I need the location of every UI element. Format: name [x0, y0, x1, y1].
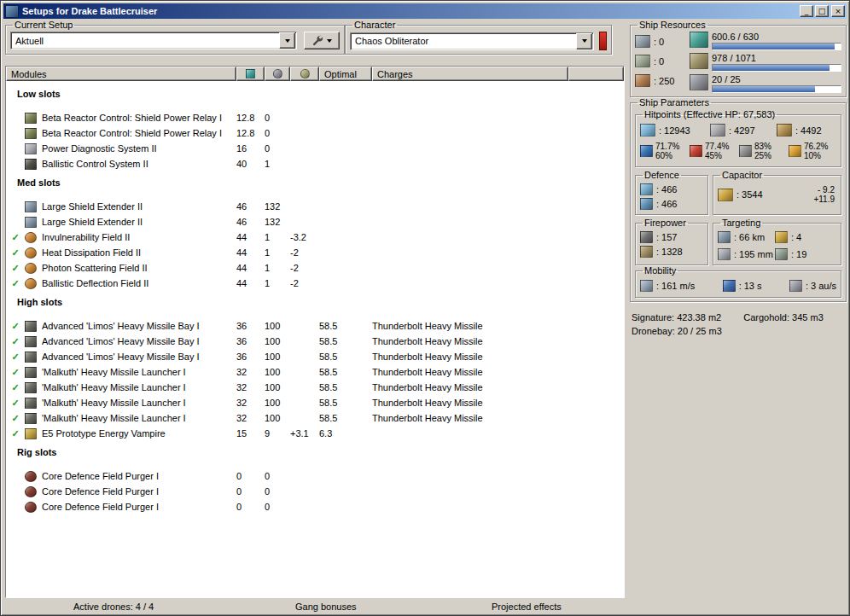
module-powergrid-value: 1	[265, 276, 290, 291]
module-row[interactable]: ✓Advanced 'Limos' Heavy Missile Bay I361…	[6, 318, 624, 334]
energy-vampire-icon	[25, 428, 37, 439]
targeting-range-value: : 66 km	[731, 232, 765, 242]
firepower-title: Firepower	[643, 218, 688, 228]
module-row[interactable]: ✓Advanced 'Limos' Heavy Missile Bay I361…	[6, 349, 624, 364]
column-header-optimal[interactable]: Optimal	[319, 67, 372, 81]
ship-resources-group: Ship Resources : 0 : 0 : 250	[630, 20, 847, 97]
module-active-check-icon: ✓	[11, 367, 19, 377]
module-name: Advanced 'Limos' Heavy Missile Bay I	[42, 334, 236, 349]
column-header-powergrid[interactable]	[265, 67, 290, 81]
targeting-title: Targeting	[720, 218, 762, 228]
em-shield-resist-value: 71.7%	[655, 142, 679, 151]
minimize-button[interactable]: _	[800, 5, 813, 17]
module-row[interactable]: Beta Reactor Control: Shield Power Relay…	[6, 125, 624, 141]
shield-hp: : 12943	[640, 124, 710, 137]
targeting-range-icon	[718, 231, 731, 243]
module-charge-name	[372, 199, 624, 214]
current-setup-dropdown-arrow[interactable]	[279, 32, 295, 49]
module-cpu-value: 44	[236, 230, 265, 245]
character-select[interactable]: Chaos Obliterator	[350, 32, 594, 50]
ballistic-deflection-field-icon	[25, 278, 37, 289]
max-velocity-icon	[640, 280, 653, 292]
module-name: E5 Prototype Energy Vampire	[42, 426, 236, 441]
module-row[interactable]: ✓Ballistic Deflection Field II441-2	[6, 276, 624, 291]
shield-extender-icon	[25, 201, 37, 212]
character-dropdown-arrow[interactable]	[576, 33, 592, 49]
module-optimal-value	[319, 110, 372, 125]
calibration: : 250	[635, 73, 690, 88]
module-cpu-value: 44	[236, 245, 265, 260]
module-row[interactable]: ✓Advanced 'Limos' Heavy Missile Bay I361…	[6, 334, 624, 349]
character-label: Character	[352, 20, 397, 30]
module-icon-cell	[25, 141, 42, 156]
module-row[interactable]: Core Defence Field Purger I00	[6, 499, 624, 514]
module-row[interactable]: Core Defence Field Purger I00	[6, 468, 624, 484]
turret-hardpoints: : 0	[635, 34, 690, 49]
module-row[interactable]: ✓Invulnerability Field II441-3.2	[6, 230, 624, 245]
module-active-cell: ✓	[6, 410, 25, 426]
heavy-missile-launcher-icon	[25, 367, 37, 378]
module-row[interactable]: Ballistic Control System II401	[6, 156, 624, 171]
projected-effects-status[interactable]: Projected effects	[492, 601, 562, 612]
module-icon-cell	[25, 245, 42, 260]
ship-parameters-group: Ship Parameters Hitpoints (Effective HP:…	[630, 97, 847, 302]
setup-tools-button[interactable]	[304, 32, 340, 49]
shield-recharge-icon	[640, 183, 653, 195]
max-targets-stat: : 4	[775, 230, 836, 244]
module-cpu-value: 32	[236, 410, 265, 426]
module-row[interactable]: ✓'Malkuth' Heavy Missile Launcher I32100…	[6, 380, 624, 395]
module-cap-value	[290, 318, 319, 334]
active-drones-status[interactable]: Active drones: 4 / 4	[73, 601, 154, 612]
defence-title: Defence	[643, 170, 681, 180]
module-row[interactable]: Large Shield Extender II46132	[6, 214, 624, 230]
power-diagnostic-icon	[25, 143, 37, 154]
titlebar[interactable]: Setups for Drake Battlecruiser _ □ ×	[3, 3, 847, 19]
module-active-check-icon: ✓	[11, 428, 19, 439]
column-header-capacitor[interactable]	[290, 67, 319, 81]
current-setup-label: Current Setup	[13, 20, 74, 30]
column-header-modules[interactable]: Modules	[6, 67, 236, 81]
module-name: Large Shield Extender II	[42, 214, 236, 230]
powergrid-usage-value: 978 / 1071	[712, 53, 841, 64]
module-cap-value	[290, 349, 319, 364]
module-icon-cell	[25, 110, 42, 125]
module-row[interactable]: Power Diagnostic System II160	[6, 141, 624, 156]
module-row[interactable]: ✓'Malkuth' Heavy Missile Launcher I32100…	[6, 364, 624, 380]
module-active-cell	[6, 141, 25, 156]
kinetic-resist: 83% 25%	[739, 142, 789, 160]
module-row[interactable]: ✓E5 Prototype Energy Vampire159+3.16.3	[6, 426, 624, 441]
dronebay-value: Dronebay: 20 / 25 m3	[632, 326, 722, 336]
align-time-value: : 13 s	[736, 281, 762, 291]
module-row[interactable]: ✓Heat Dissipation Field II441-2	[6, 245, 624, 260]
gang-bonuses-status[interactable]: Gang bonuses	[295, 601, 357, 612]
em-resist: 71.7% 60%	[640, 142, 690, 160]
module-optimal-value: 58.5	[319, 395, 372, 410]
module-row[interactable]: ✓'Malkuth' Heavy Missile Launcher I32100…	[6, 410, 624, 426]
column-header-cpu[interactable]	[236, 67, 265, 81]
slot-section-title: Low slots	[6, 88, 624, 101]
module-row[interactable]: Core Defence Field Purger I00	[6, 484, 624, 499]
module-optimal-value: 58.5	[319, 410, 372, 426]
module-active-cell: ✓	[6, 349, 25, 364]
module-optimal-value	[319, 499, 372, 514]
maximize-button[interactable]: □	[815, 5, 829, 17]
defence-group: Defence : 466 : 466	[635, 170, 708, 215]
module-row[interactable]: Large Shield Extender II46132	[6, 199, 624, 214]
shield-power-relay-icon	[25, 128, 37, 139]
module-optimal-value	[319, 199, 372, 214]
invulnerability-field-icon	[25, 232, 37, 243]
module-charge-name	[372, 426, 624, 441]
module-row[interactable]: Beta Reactor Control: Shield Power Relay…	[6, 110, 624, 125]
module-icon-cell	[25, 276, 42, 291]
close-button[interactable]: ×	[831, 5, 845, 17]
column-header-charges[interactable]: Charges	[372, 67, 568, 81]
module-name: Advanced 'Limos' Heavy Missile Bay I	[42, 318, 236, 334]
current-setup-select[interactable]: Aktuell	[10, 32, 297, 49]
module-name: Core Defence Field Purger I	[42, 468, 236, 484]
module-row[interactable]: ✓'Malkuth' Heavy Missile Launcher I32100…	[6, 395, 624, 410]
module-charge-name: Thunderbolt Heavy Missile	[372, 364, 624, 380]
dps-icon	[640, 246, 653, 258]
module-cap-value	[290, 410, 319, 426]
module-row[interactable]: ✓Photon Scattering Field II441-2	[6, 260, 624, 276]
capacitor-stat: : 3544 - 9.2 +11.9	[718, 182, 836, 207]
